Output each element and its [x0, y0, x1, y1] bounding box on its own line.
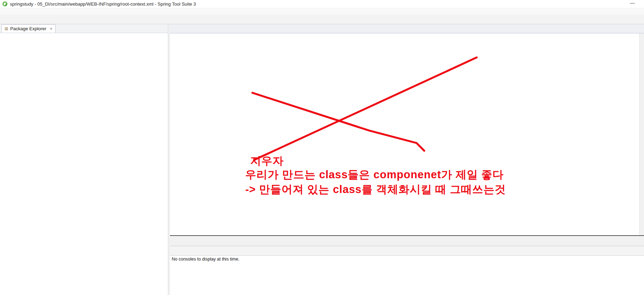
xml-editor-page-tabs — [170, 236, 644, 246]
console-panel: No consoles to display at this time. — [170, 246, 644, 295]
red-note-line3: -> 만들어져 있는 class를 객체화시킬 때 그때쓰는것 — [245, 182, 506, 197]
main-toolbar — [0, 15, 644, 24]
editor-tab-bar — [170, 24, 644, 33]
title-bar: springstudy - 05_DI/src/main/webapp/WEB-… — [0, 0, 644, 8]
close-view-icon[interactable]: × — [50, 26, 52, 31]
package-explorer-panel: ⊞ Package Explorer × — [0, 24, 168, 295]
window-title: springstudy - 05_DI/src/main/webapp/WEB-… — [10, 1, 196, 7]
menu-bar — [0, 8, 644, 15]
main-area: ⊞ Package Explorer × 지우자 우리가 만드는 class들은… — [0, 24, 644, 295]
red-note-line1: 지우자 — [250, 154, 284, 168]
project-tree — [0, 33, 168, 295]
tab-package-explorer[interactable]: ⊞ Package Explorer × — [1, 24, 56, 33]
overview-ruler[interactable] — [639, 33, 644, 235]
red-note-line2: 우리가 만드는 class들은 componenet가 제일 좋다 — [245, 167, 504, 182]
package-explorer-header: ⊞ Package Explorer × — [0, 24, 168, 33]
red-cross-annotation — [170, 33, 644, 235]
console-output: No consoles to display at this time. — [170, 255, 644, 295]
package-explorer-icon: ⊞ — [5, 26, 8, 31]
package-explorer-title: Package Explorer — [10, 26, 46, 31]
editor-area: 지우자 우리가 만드는 class들은 componenet가 제일 좋다 ->… — [170, 24, 644, 295]
spring-leaf-logo-icon — [2, 1, 7, 6]
console-message: No consoles to display at this time. — [172, 257, 239, 262]
code-editor[interactable]: 지우자 우리가 만드는 class들은 componenet가 제일 좋다 ->… — [170, 33, 644, 235]
window-minimize-button[interactable]: — — [627, 0, 638, 6]
console-tab-bar — [170, 246, 644, 255]
sts-window: springstudy - 05_DI/src/main/webapp/WEB-… — [0, 0, 644, 295]
